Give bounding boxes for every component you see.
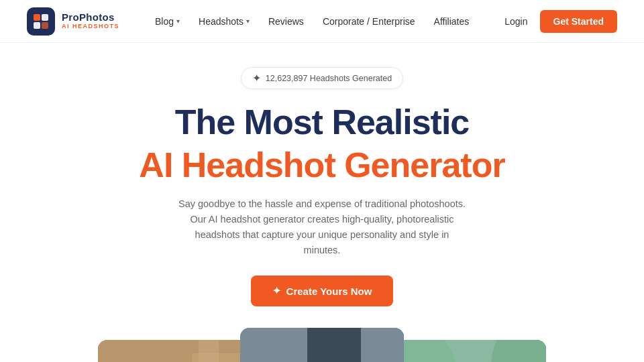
wand-icon: ✦ [272, 285, 281, 297]
chevron-down-icon: ▾ [246, 17, 250, 25]
get-started-button[interactable]: Get Started [540, 10, 617, 33]
photo-woman [98, 340, 247, 362]
nav-actions: Login Get Started [504, 10, 617, 33]
logo[interactable]: ProPhotos AI HEADSHOTS [27, 7, 119, 36]
login-link[interactable]: Login [504, 16, 527, 27]
navbar: ProPhotos AI HEADSHOTS Blog ▾ Headshots … [0, 0, 644, 43]
logo-text: ProPhotos AI HEADSHOTS [62, 12, 119, 29]
nav-headshots[interactable]: Headshots ▾ [199, 16, 250, 27]
svg-rect-0 [34, 14, 40, 21]
nav-corporate[interactable]: Corporate / Enterprise [323, 16, 415, 27]
logo-sub-name: AI HEADSHOTS [62, 23, 119, 30]
cta-label: Create Yours Now [286, 286, 372, 297]
sparkle-icon: ✦ [252, 72, 261, 84]
chevron-down-icon: ▾ [176, 17, 180, 25]
nav-links: Blog ▾ Headshots ▾ Reviews Corporate / E… [155, 16, 469, 27]
svg-point-50 [491, 340, 546, 362]
svg-rect-7 [199, 340, 219, 362]
hero-title-line1: The Most Realistic [175, 103, 470, 143]
photo-man-glasses [240, 328, 404, 362]
badge-text: 12,623,897 Headshots Generated [266, 74, 392, 83]
hero-title-line2: AI Headshot Generator [139, 145, 504, 186]
nav-blog[interactable]: Blog ▾ [155, 16, 180, 27]
create-yours-button[interactable]: ✦ Create Yours Now [251, 276, 394, 306]
svg-rect-3 [42, 22, 48, 29]
logo-brand-name: ProPhotos [62, 12, 119, 23]
hero-photos-row [13, 328, 631, 362]
svg-rect-27 [307, 328, 361, 362]
nav-reviews[interactable]: Reviews [268, 16, 304, 27]
nav-affiliates[interactable]: Affiliates [434, 16, 470, 27]
photo-young-man [397, 340, 546, 362]
logo-icon [27, 7, 55, 36]
headshots-badge: ✦ 12,623,897 Headshots Generated [241, 67, 403, 89]
hero-subtitle: Say goodbye to the hassle and expense of… [178, 196, 466, 259]
hero-section: ✦ 12,623,897 Headshots Generated The Mos… [0, 43, 644, 362]
svg-rect-2 [34, 22, 40, 29]
svg-rect-1 [42, 14, 48, 21]
